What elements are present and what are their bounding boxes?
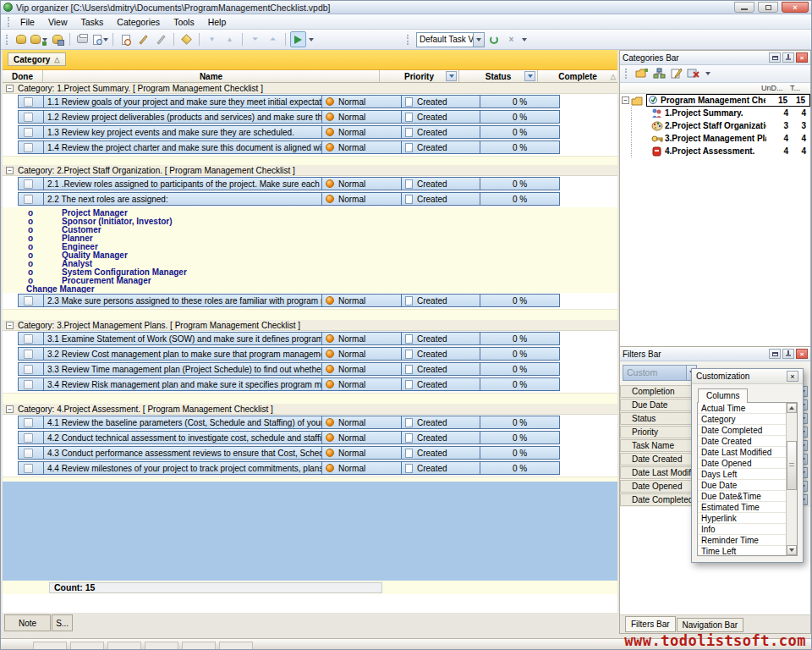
status-cell[interactable]: Created xyxy=(401,140,480,154)
task-name-cell[interactable]: 1.2 Review project deliverables (product… xyxy=(43,110,322,124)
tree-item-summary[interactable]: 1.Project Summary. 4 4 xyxy=(620,107,810,119)
tab-columns[interactable]: Columns xyxy=(698,388,748,403)
close-button[interactable]: × xyxy=(782,2,809,13)
column-option[interactable]: Days Left xyxy=(698,469,786,480)
new-subcategory-button[interactable] xyxy=(653,68,667,80)
col-total-label[interactable]: T... xyxy=(790,84,810,92)
task-name-cell[interactable]: 4.4 Review milestones of your project to… xyxy=(43,461,322,475)
taskbar-button[interactable] xyxy=(33,642,67,650)
delete-category-button[interactable] xyxy=(687,68,700,80)
group-by-category-chip[interactable]: Category △ xyxy=(8,52,66,66)
edit-category-button[interactable] xyxy=(671,68,683,80)
highlight-toggle-button[interactable] xyxy=(290,31,306,47)
chevron-down-icon[interactable] xyxy=(705,72,710,75)
taskbar-button[interactable] xyxy=(70,642,104,650)
task-name-cell[interactable]: 3.1 Examine Statement of Work (SOW) and … xyxy=(43,332,322,345)
tab-subtasks[interactable]: S... xyxy=(52,614,73,631)
priority-filter-button[interactable] xyxy=(446,71,457,81)
task-view-dropdown[interactable] xyxy=(473,33,484,47)
done-cell[interactable] xyxy=(18,431,44,444)
filter-field[interactable]: Priority xyxy=(620,426,702,438)
panel-pin-button[interactable] xyxy=(782,52,794,63)
status-cell[interactable]: Created xyxy=(401,431,480,444)
group-header[interactable]: −Category: 1.Project Summary. [ Program … xyxy=(3,83,617,94)
delete-task-button[interactable] xyxy=(153,31,169,47)
tab-navigation-bar[interactable]: Navigation Bar xyxy=(677,618,744,632)
print-preview-button[interactable] xyxy=(92,31,108,47)
priority-cell[interactable]: Normal xyxy=(321,377,402,391)
clear-view-button[interactable]: × xyxy=(503,31,519,47)
task-view-combo[interactable]: Default Task V xyxy=(416,32,485,47)
column-option[interactable]: Date Opened xyxy=(698,458,786,469)
status-cell[interactable]: Created xyxy=(401,95,480,108)
done-cell[interactable] xyxy=(18,95,44,108)
collapse-icon[interactable]: − xyxy=(622,96,629,104)
status-cell[interactable]: Created xyxy=(401,110,480,124)
tree-item-checklist[interactable]: − Program Management Checklis 15 15 xyxy=(620,94,810,107)
done-cell[interactable] xyxy=(18,110,44,124)
done-cell[interactable] xyxy=(18,294,44,307)
taskbar-button[interactable] xyxy=(219,642,253,650)
dialog-close-button[interactable]: × xyxy=(787,371,798,382)
save-database-button[interactable] xyxy=(49,31,65,47)
task-checkbox[interactable] xyxy=(24,128,33,137)
selected-tree-item[interactable]: Program Management Checklis 15 15 xyxy=(646,94,810,107)
scroll-up-button[interactable] xyxy=(787,403,797,413)
column-option[interactable]: Time Left xyxy=(698,546,786,557)
task-checkbox[interactable] xyxy=(24,296,33,306)
filter-field[interactable]: Date Last Modifi xyxy=(620,466,702,479)
status-cell[interactable]: Created xyxy=(401,416,480,429)
status-cell[interactable]: Created xyxy=(401,347,480,361)
customization-title-bar[interactable]: Customization × xyxy=(692,369,803,384)
column-option[interactable]: Due Date&Time xyxy=(698,491,786,502)
col-undone-label[interactable]: UnD... xyxy=(761,84,790,92)
status-cell[interactable]: Created xyxy=(401,125,480,139)
task-name-cell[interactable]: 4.3 Conduct performance assessment revie… xyxy=(43,446,322,460)
status-cell[interactable]: Created xyxy=(401,332,480,345)
menu-tools[interactable]: Tools xyxy=(167,16,201,28)
task-checkbox[interactable] xyxy=(24,418,33,427)
task-name-cell[interactable]: 3.4 Review Risk management plan and make… xyxy=(43,377,322,391)
col-header-done[interactable]: Done xyxy=(3,70,43,82)
tag-button[interactable] xyxy=(178,31,195,47)
filter-field[interactable]: Due Date xyxy=(620,399,702,411)
print-button[interactable] xyxy=(74,31,91,47)
col-header-complete[interactable]: Complete△ xyxy=(538,70,617,82)
status-cell[interactable]: Created xyxy=(401,377,480,391)
status-cell[interactable]: Created xyxy=(401,446,480,460)
priority-cell[interactable]: Normal xyxy=(321,110,402,124)
priority-cell[interactable]: Normal xyxy=(321,431,402,444)
menu-file[interactable]: File xyxy=(14,16,41,28)
done-cell[interactable] xyxy=(18,446,44,460)
priority-cell[interactable]: Normal xyxy=(321,177,402,190)
task-checkbox[interactable] xyxy=(24,143,33,152)
priority-cell[interactable]: Normal xyxy=(321,95,402,108)
panel-close-button[interactable]: × xyxy=(796,349,808,359)
priority-cell[interactable]: Normal xyxy=(321,192,402,206)
col-header-name[interactable]: Name xyxy=(43,70,380,82)
priority-cell[interactable]: Normal xyxy=(321,332,402,345)
task-name-cell[interactable]: 1.1 Review goals of your project and mak… xyxy=(43,95,322,108)
task-name-cell[interactable]: 2.3 Make sure persons assigned to these … xyxy=(43,294,322,307)
task-checkbox[interactable] xyxy=(24,464,33,473)
column-option[interactable]: Date Completed xyxy=(698,425,786,436)
task-name-cell[interactable]: 3.2 Review Cost management plan to make … xyxy=(43,347,322,361)
column-option[interactable]: Category xyxy=(698,414,786,425)
status-cell[interactable]: Created xyxy=(401,362,480,376)
scrollbar[interactable] xyxy=(786,403,797,555)
filter-field[interactable]: Date Created xyxy=(620,453,702,465)
chevron-down-icon[interactable] xyxy=(522,38,527,41)
done-cell[interactable] xyxy=(18,461,44,475)
priority-cell[interactable]: Normal xyxy=(321,294,402,307)
priority-cell[interactable]: Normal xyxy=(321,125,402,139)
done-cell[interactable] xyxy=(18,177,44,190)
task-checkbox[interactable] xyxy=(24,365,33,374)
taskbar-button[interactable] xyxy=(182,642,216,650)
filter-field[interactable]: Date Completed xyxy=(620,493,702,506)
menu-help[interactable]: Help xyxy=(201,16,233,28)
move-up-button[interactable]: ▴ xyxy=(222,31,238,47)
task-name-cell[interactable]: 2.1 .Review roles assigned to participan… xyxy=(43,177,322,190)
done-cell[interactable] xyxy=(18,140,44,154)
column-option[interactable]: Date Last Modified xyxy=(698,447,786,458)
filter-preset-combo[interactable]: Custom xyxy=(623,365,697,381)
